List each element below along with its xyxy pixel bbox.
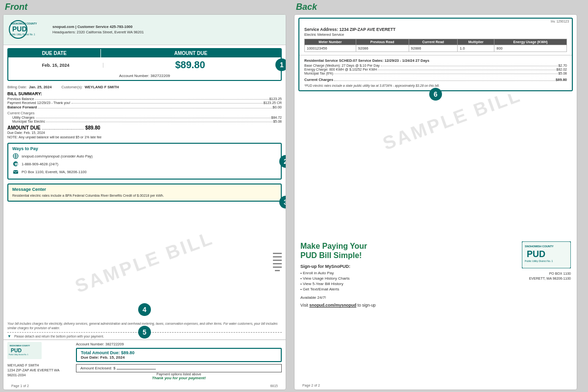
total-due-box: Total Amount Due: $89.80 Due Date: Feb. … [76,348,282,362]
payment-row: Payment Received 12/29/23 - Thank you! $… [7,101,282,105]
signup-list: • Enroll in Auto Pay • View Usage Histor… [300,271,512,291]
line3 [273,260,282,261]
amount-enclosed-label: Amount Enclosed: $ [80,366,116,370]
municipal-tax-value: $5.08 [273,120,282,123]
svg-text:PUD: PUD [11,347,22,353]
message-center-title: Message Center [12,187,277,192]
due-date-value: Feb. 15, 2024 [12,63,103,68]
billing-date-label: Billing Date: [7,85,27,89]
svg-text:Public Utility District No. 1: Public Utility District No. 1 [525,260,553,262]
front-section: Front SNOHOMISH COUNTY PUD Public Utilit… [0,0,289,392]
current-charges-total: Current Charges $89.80 [304,77,567,82]
footer-due-date: Due Date: Feb. 15, 2024 [81,355,277,360]
ways-to-pay-box: Ways to Pay snopud.com/mysnopud (conside… [7,143,282,180]
po-box-text: PO BOX 1100 EVERETT, WA 98206-1100 [529,271,571,281]
line4 [273,263,282,264]
amount-enclosed-box: Amount Enclosed: $ [76,364,282,372]
meter-cell-1: 92086 [356,45,409,52]
due-date-note: Due Date: Feb. 15, 2024 [7,131,282,134]
bill-footer: SNOHOMISH COUNTY PUD Public Utility Dist… [3,340,286,382]
svg-text:PUD: PUD [527,249,545,259]
due-amount-values: Feb. 15, 2024 $89.80 [8,57,281,73]
billing-date-value: Jan. 25, 2024 [29,85,51,89]
sample-watermark-area: SAMPLE BILL 4 [3,204,286,321]
badge-5: 5 [138,326,151,339]
svg-text:SNOHOMISH COUNTY: SNOHOMISH COUNTY [525,245,554,248]
municipal-tax-row: Municipal Tax Electric $5.08 [7,120,282,123]
make-paying-title: Make Paying Your PUD Bill Simple! [300,241,512,260]
pud-contact: snopud.com | Customer Service 425-783-10… [52,25,144,35]
charge-label-1: Energy Charge: 800 KWH @ $.10252 Per KWH [304,68,377,71]
pud-website: snopud.com | Customer Service 425-783-10… [52,25,144,30]
svg-text:☎: ☎ [14,162,19,166]
message-text: Residential electric rates include a BPA… [12,193,277,198]
svg-text:PUD: PUD [12,25,27,33]
balance-forward-value: $0.00 [272,105,282,109]
detach-text: Please detach and return the bottom port… [14,335,104,338]
pud-logo: SNOHOMISH COUNTY PUD Public Utility Dist… [8,19,48,41]
due-amount-box: DUE DATE AMOUNT DUE Feb. 15, 2024 $89.80… [7,48,282,81]
back-service-box: Inv. 1290123 Service Address: 1234 ZIP-Z… [298,18,573,91]
customer-item: Customer(s): WEYLAND F SMITH [61,85,119,89]
ways-to-pay-wrapper: Ways to Pay snopud.com/mysnopud (conside… [3,141,286,182]
charge-value-2: $5.08 [558,72,567,75]
utility-charges-value: $84.72 [271,116,282,119]
pay-option-phone: ☎ 1-888-909-4628 (24/7) [12,160,277,167]
line5 [273,267,282,268]
svg-text:SNOHOMISH COUNTY: SNOHOMISH COUNTY [9,344,30,347]
charge-label-2: Municipal Tax (6%) [304,72,333,75]
billing-info-row: Billing Date: Jan. 25, 2024 Customer(s):… [7,85,282,89]
line2 [273,257,282,258]
detach-wrapper: ▼ Please detach and return the bottom po… [7,332,282,339]
message-center-box: Message Center Residential electric rate… [7,183,282,202]
municipal-tax-label: Municipal Tax Electric [7,120,45,123]
utility-charges-label: Utility Charges [7,116,35,119]
vertical-lines [273,253,282,271]
pay-option-mail: PO Box 1100, Everett, WA, 98206-1100 [12,168,277,175]
pud-header: SNOHOMISH COUNTY PUD Public Utility Dist… [3,15,286,45]
residential-service-header: Residential Service SCHED-07 Service Dat… [304,58,567,63]
pud-logo-right: SNOHOMISH COUNTY PUD Public Utility Dist… [517,241,571,374]
badge-1: 1 [275,58,286,71]
message-center-wrapper: Message Center Residential electric rate… [3,182,286,204]
footer-address: WEYLAND F SMITH 1234 ZIP-ZAP AVE EVERETT… [7,363,71,377]
account-number-row: Account Number: 382722209 [8,73,281,80]
meter-header-4: Energy Usage (KWH) [494,39,567,45]
thank-you-text: Thank you for your payment! [76,376,282,380]
page-num-back-row: Page 2 of 2 [294,379,577,390]
visit-text: Visit snopud.com/mysnopud to sign-up [300,303,512,308]
charge-row-0: Base Charge (Medium): 27 Days @ $.10 Per… [304,64,567,67]
prev-balance-row: Previous Balance $123.25 [7,97,282,101]
pay-option-mail-text: PO Box 1100, Everett, WA, 98206-1100 [22,170,87,174]
balance-forward-row: Balance Forward $0.00 [7,105,282,109]
service-address-title: Service Address: 1234 ZIP-ZAP AVE EVERET… [304,27,567,32]
available-text: Available 24/7! [300,295,512,300]
svg-text:Public Utility District No. 1: Public Utility District No. 1 [9,354,28,356]
snopud-link[interactable]: snopud.com/mysnopud [309,303,356,308]
back-bill-page: Inv. 1290123 Service Address: 1234 ZIP-Z… [294,14,577,390]
svg-text:Public Utility District No. 1: Public Utility District No. 1 [10,33,35,36]
footer-right: Account Number: 382722209 Total Amount D… [76,342,282,380]
page-container: Front SNOHOMISH COUNTY PUD Public Utilit… [0,0,588,392]
due-date-label: DUE DATE [8,49,101,57]
pud-hq: Headquarters: 2320 California Street, Ev… [52,30,144,35]
sample-bill-watermark: SAMPLE BILL [73,227,217,297]
charge-row-1: Energy Charge: 800 KWH @ $.10252 Per KWH… [304,68,567,71]
utility-charges-row: Utility Charges $84.72 [7,116,282,119]
charge-value-1: $82.02 [557,68,567,71]
amount-due-value: $89.80 [103,59,277,71]
amount-due-summary: AMOUNT DUE .............................… [7,125,282,131]
footer-row: SNOHOMISH COUNTY PUD Public Utility Dist… [7,342,282,380]
back-label: Back [291,0,580,14]
badge-4: 4 [138,303,151,316]
balance-forward-label: Balance Forward [7,105,37,109]
prev-balance-label: Previous Balance [7,97,34,101]
due-amount-wrapper: DUE DATE AMOUNT DUE Feb. 15, 2024 $89.80… [7,48,282,81]
front-label: Front [0,0,289,14]
customer-value: WEYLAND F SMITH [85,85,119,89]
line6 [275,270,280,271]
due-amount-header: DUE DATE AMOUNT DUE [8,49,281,57]
amount-enclosed-wrapper: Amount Enclosed: $ Payment options liste… [76,364,282,380]
back-sample-area: SAMPLE BILL [294,94,577,236]
payment-options-text: Payment options listed above [76,372,282,376]
